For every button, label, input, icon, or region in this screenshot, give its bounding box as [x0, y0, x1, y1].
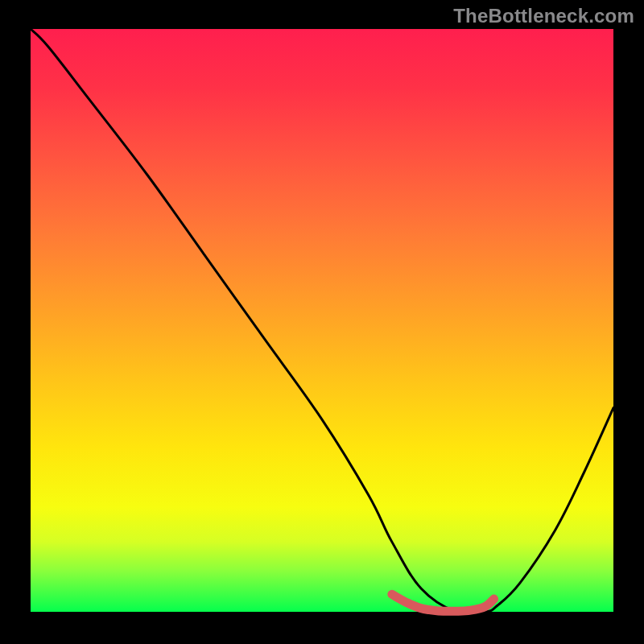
plot-area — [31, 29, 613, 612]
watermark-text: TheBottleneck.com — [453, 5, 634, 27]
chart-stage: { "watermark": "TheBottleneck.com", "col… — [0, 0, 644, 644]
chart-svg — [0, 0, 644, 644]
